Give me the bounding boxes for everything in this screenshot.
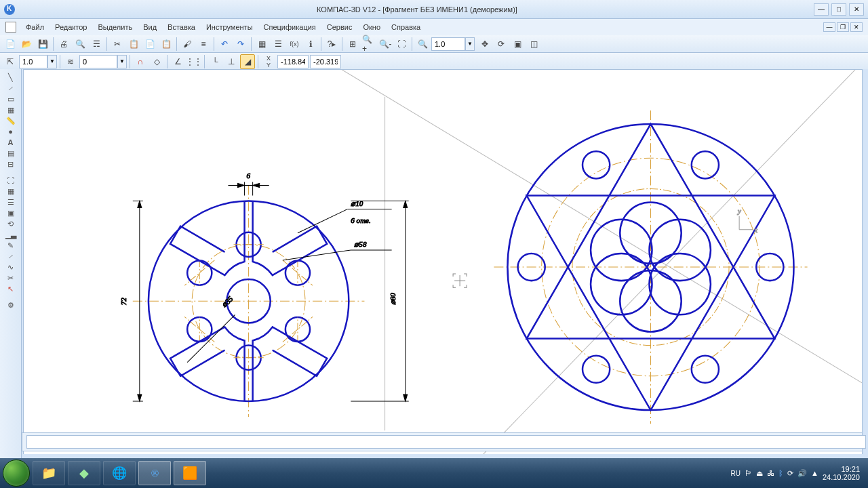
magnet-button[interactable]: ∩ (133, 54, 148, 69)
menu-insert[interactable]: Вставка (163, 22, 199, 33)
menu-spec[interactable]: Спецификация (260, 22, 320, 33)
close-button[interactable]: ✕ (849, 3, 864, 16)
grid-button[interactable]: ▦ (254, 37, 269, 52)
mdi-close[interactable]: ✕ (850, 22, 863, 32)
paste-button[interactable]: 📄 (142, 37, 157, 52)
zoom-scale-button[interactable]: 🔍 (415, 37, 430, 52)
step-input[interactable] (19, 55, 47, 68)
chart-tool[interactable]: ▁▃ (3, 229, 18, 240)
line-tool[interactable]: ╲ (3, 72, 18, 83)
zoom-in-button[interactable]: 🔍+ (361, 37, 376, 52)
help-toggle[interactable]: ?▸ (324, 37, 339, 52)
circle-tool[interactable]: ● (3, 126, 18, 137)
task-app1[interactable]: ◆ (68, 461, 100, 485)
update-icon[interactable]: ⟳ (787, 469, 793, 478)
polyline-tool[interactable]: ⟋ (3, 83, 18, 94)
table-tool[interactable]: ▦ (3, 186, 18, 197)
task-app2[interactable]: 🟧 (174, 461, 206, 485)
chevron-down-icon[interactable]: ▼ (117, 55, 127, 68)
curve-tool[interactable]: ∿ (3, 262, 18, 272)
zoom-combo[interactable]: ▼ (431, 37, 475, 51)
redo-button[interactable]: ↷ (233, 37, 248, 52)
drawing-canvas[interactable]: 6 72 ⌀80 ⌀10 6 отв. (23, 69, 863, 458)
menu-edit[interactable]: Редактор (51, 22, 91, 33)
perp-button[interactable]: ⊥ (224, 54, 239, 69)
flag-icon[interactable]: 🏳 (745, 469, 752, 477)
lang-indicator[interactable]: RU (731, 470, 741, 477)
menu-window[interactable]: Окно (359, 22, 384, 33)
ruler-tool[interactable]: 📏 (3, 115, 18, 126)
rect-tool[interactable]: ▭ (3, 94, 18, 104)
print-button[interactable]: 🖨 (56, 37, 71, 52)
style-button[interactable]: ≡ (196, 37, 211, 52)
save-button[interactable]: 💾 (35, 37, 50, 52)
layer-input[interactable] (79, 55, 117, 68)
new-button[interactable]: 📄 (3, 37, 18, 52)
action-center-icon[interactable]: ▲ (811, 469, 818, 477)
view-tool[interactable]: ⛶ (3, 175, 18, 186)
variables-button[interactable]: ℹ (303, 37, 318, 52)
task-kompas[interactable]: Ⓚ (138, 461, 171, 485)
active-snap-button[interactable]: ◢ (240, 54, 255, 69)
rotate-tool[interactable]: ⟲ (3, 218, 18, 229)
chevron-down-icon[interactable]: ▼ (47, 55, 57, 68)
start-button[interactable] (3, 460, 30, 487)
clock[interactable]: 19:21 24.10.2020 (823, 465, 860, 481)
preview-button[interactable]: 🔍 (73, 37, 87, 52)
snap-button[interactable]: ⇱ (3, 54, 18, 69)
arrow-tool[interactable]: ↖ (3, 283, 18, 294)
menu-view[interactable]: Вид (139, 22, 161, 33)
bluetooth-icon[interactable]: ᛒ (778, 469, 783, 477)
properties-button[interactable]: ☴ (89, 37, 104, 52)
fx-button[interactable]: f(x) (287, 37, 302, 52)
redraw-button[interactable]: ⟳ (494, 37, 509, 52)
undo-button[interactable]: ↶ (217, 37, 232, 52)
command-input[interactable] (26, 435, 866, 449)
coord-x-input[interactable] (277, 55, 309, 68)
safe-remove-icon[interactable]: ⏏ (756, 469, 763, 478)
eraser-button[interactable]: ◇ (149, 54, 164, 69)
paste-special-button[interactable]: 📋 (159, 37, 174, 52)
copy-button[interactable]: 📋 (126, 37, 141, 52)
zoom-fit-button[interactable]: ⛶ (394, 37, 409, 52)
volume-icon[interactable]: 🔊 (797, 469, 807, 478)
menu-file[interactable]: Файл (22, 22, 48, 33)
break-tool[interactable]: ✂ (3, 272, 18, 283)
views-button[interactable]: ▣ (510, 37, 525, 52)
cut-button[interactable]: ✂ (110, 37, 125, 52)
ortho-button[interactable]: └ (208, 54, 222, 69)
zoom-input[interactable] (431, 37, 465, 51)
angle-button[interactable]: ∠ (170, 54, 185, 69)
coord-y-input[interactable] (310, 55, 341, 68)
layer-icon[interactable]: ≋ (63, 54, 78, 69)
text-tool[interactable]: A (3, 137, 18, 148)
menu-service[interactable]: Сервис (323, 22, 357, 33)
minimize-button[interactable]: — (814, 3, 829, 16)
menu-help[interactable]: Справка (387, 22, 425, 33)
open-button[interactable]: 📂 (19, 37, 34, 52)
zoom-out-button[interactable]: 🔍- (378, 37, 393, 52)
task-chrome[interactable]: 🌐 (103, 461, 136, 485)
layers-button[interactable]: ☰ (271, 37, 285, 52)
network-icon[interactable]: 🖧 (767, 469, 774, 477)
chevron-down-icon[interactable]: ▼ (465, 37, 475, 51)
orient-button[interactable]: ◫ (526, 37, 541, 52)
props-tool[interactable]: ▣ (3, 207, 18, 218)
task-explorer[interactable]: 📁 (33, 461, 65, 485)
mdi-restore[interactable]: ❐ (837, 22, 849, 32)
dim-tool[interactable]: ⊟ (3, 159, 18, 169)
maximize-button[interactable]: □ (831, 3, 846, 16)
measure-tool[interactable]: ⟋ (3, 251, 18, 262)
menu-tools[interactable]: Инструменты (202, 22, 257, 33)
layers-tool[interactable]: ☰ (3, 197, 18, 207)
format-paint-button[interactable]: 🖌 (180, 37, 195, 52)
mdi-minimize[interactable]: — (823, 22, 835, 32)
hatch-tool[interactable]: ▤ (3, 148, 18, 159)
menu-select[interactable]: Выделить (94, 22, 136, 33)
zoom-window-button[interactable]: ⊞ (345, 37, 360, 52)
grid2-button[interactable]: ⋮⋮ (186, 54, 201, 69)
pencil-tool[interactable]: ✎ (3, 240, 18, 251)
pan-button[interactable]: ✥ (477, 37, 492, 52)
grid-tool[interactable]: ▦ (3, 104, 18, 115)
config-tool[interactable]: ⚙ (3, 300, 18, 310)
